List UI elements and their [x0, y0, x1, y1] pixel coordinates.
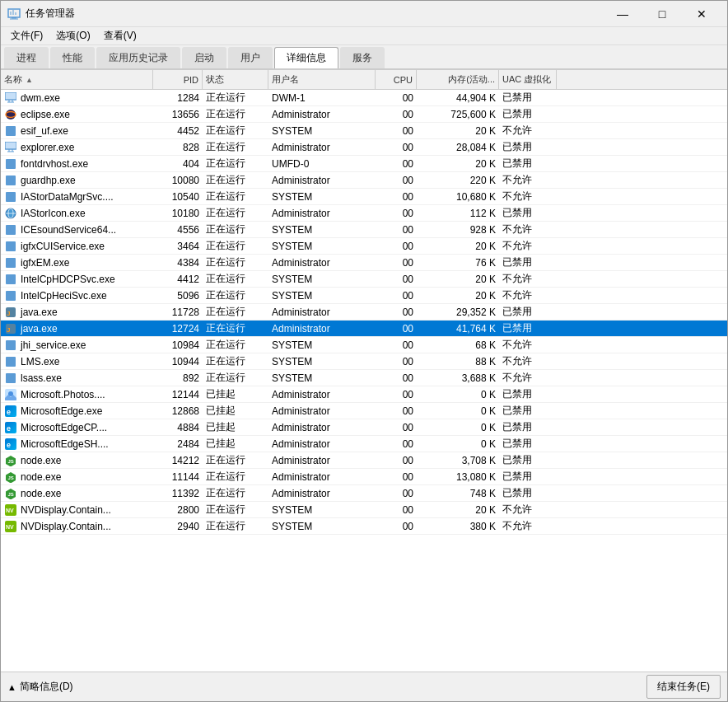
cell-pid: 12144	[153, 386, 203, 402]
cell-status: 正在运行	[203, 452, 268, 468]
svg-rect-25	[6, 225, 16, 235]
java-icon: J	[4, 307, 17, 318]
cell-memory: 41,764 K	[417, 321, 499, 336]
cell-cpu: 00	[376, 337, 417, 353]
default-icon	[4, 158, 17, 170]
tab-services[interactable]: 服务	[340, 47, 385, 68]
table-row[interactable]: igfxCUIService.exe3464正在运行SYSTEM0020 K不允…	[1, 238, 727, 255]
cell-cpu: 00	[376, 172, 417, 188]
cell-name: igfxEM.exe	[1, 255, 153, 270]
table-row[interactable]: JSnode.exe14212正在运行Administrator003,708 …	[1, 452, 727, 469]
svg-rect-34	[6, 340, 16, 350]
cell-pid: 4412	[153, 271, 203, 287]
cell-pid: 12868	[153, 403, 203, 419]
menu-options[interactable]: 选项(O)	[49, 27, 96, 44]
table-row[interactable]: IAStorIcon.exe10180正在运行Administrator0011…	[1, 205, 727, 222]
cell-status: 正在运行	[203, 156, 268, 171]
table-row[interactable]: Jjava.exe12724正在运行Administrator0041,764 …	[1, 321, 727, 337]
tab-process[interactable]: 进程	[4, 47, 49, 68]
th-pid[interactable]: PID	[153, 70, 203, 89]
cell-uac: 不允许	[499, 238, 557, 254]
table-row[interactable]: jhi_service.exe10984正在运行SYSTEM0068 K不允许	[1, 337, 727, 353]
cell-cpu: 00	[376, 436, 417, 452]
cell-name: fontdrvhost.exe	[1, 156, 153, 171]
table-row[interactable]: dwm.exe1284正在运行DWM-10044,904 K已禁用	[1, 90, 727, 106]
cell-cpu: 00	[376, 419, 417, 435]
cell-pid: 4556	[153, 222, 203, 237]
cell-uac: 已禁用	[499, 419, 557, 435]
cell-pid: 4384	[153, 255, 203, 270]
cell-uac: 不允许	[499, 189, 557, 204]
table-row[interactable]: guardhp.exe10080正在运行Administrator00220 K…	[1, 172, 727, 189]
default-icon	[4, 257, 17, 269]
cell-user: Administrator	[268, 452, 376, 468]
table-row[interactable]: explorer.exe828正在运行Administrator0028,084…	[1, 139, 727, 156]
table-row[interactable]: fontdrvhost.exe404正在运行UMFD-00020 K已禁用	[1, 156, 727, 172]
menu-file[interactable]: 文件(F)	[4, 27, 49, 44]
tab-performance[interactable]: 性能	[50, 47, 95, 68]
table-row[interactable]: LMS.exe10944正在运行SYSTEM0088 K不允许	[1, 353, 727, 370]
cell-uac: 已禁用	[499, 139, 557, 155]
java-icon: J	[4, 323, 17, 335]
menu-view[interactable]: 查看(V)	[97, 27, 143, 44]
cell-memory: 13,080 K	[417, 469, 499, 484]
table-row[interactable]: lsass.exe892正在运行SYSTEM003,688 K不允许	[1, 370, 727, 386]
th-uac[interactable]: UAC 虚拟化	[499, 70, 557, 89]
table-row[interactable]: IAStorDataMgrSvc....10540正在运行SYSTEM0010,…	[1, 189, 727, 205]
cell-user: Administrator	[268, 139, 376, 155]
svg-rect-0	[8, 9, 20, 17]
cell-cpu: 00	[376, 403, 417, 419]
cell-name: JSnode.exe	[1, 452, 153, 468]
table-row[interactable]: igfxEM.exe4384正在运行Administrator0076 K已禁用	[1, 255, 727, 271]
cell-status: 正在运行	[203, 288, 268, 303]
table-row[interactable]: eMicrosoftEdgeSH....2484已挂起Administrator…	[1, 436, 727, 452]
svg-rect-35	[6, 357, 16, 367]
table-row[interactable]: IntelCpHeciSvc.exe5096正在运行SYSTEM0020 K不允…	[1, 288, 727, 304]
cell-name: IntelCpHeciSvc.exe	[1, 288, 153, 303]
sort-arrow-name: ▲	[26, 76, 33, 84]
minimize-button[interactable]: —	[604, 2, 642, 26]
cell-memory: 20 K	[417, 271, 499, 287]
title-bar: 任务管理器 — □ ✕	[1, 1, 727, 27]
cell-uac: 不允许	[499, 172, 557, 188]
cell-name: eMicrosoftEdgeCP....	[1, 419, 153, 435]
node-icon: JS	[4, 488, 17, 499]
task-manager-window: 任务管理器 — □ ✕ 文件(F) 选项(O) 查看(V) 进程 性能 应用历史…	[0, 0, 728, 702]
table-row[interactable]: Microsoft.Photos....12144已挂起Administrato…	[1, 386, 727, 403]
maximize-button[interactable]: □	[643, 2, 681, 26]
table-row[interactable]: IntelCpHDCPSvc.exe4412正在运行SYSTEM0020 K不允…	[1, 271, 727, 288]
table-row[interactable]: esif_uf.exe4452正在运行SYSTEM0020 K不允许	[1, 123, 727, 139]
table-row[interactable]: eMicrosoftEdge.exe12868已挂起Administrator0…	[1, 403, 727, 419]
cell-pid: 12724	[153, 321, 203, 336]
expand-collapse-btn[interactable]: ▲ 简略信息(D)	[7, 680, 73, 694]
cell-status: 正在运行	[203, 255, 268, 270]
table-row[interactable]: JSnode.exe11392正在运行Administrator00748 K已…	[1, 485, 727, 502]
table-row[interactable]: eMicrosoftEdgeCP....4884已挂起Administrator…	[1, 419, 727, 436]
close-button[interactable]: ✕	[683, 2, 721, 26]
table-row[interactable]: JSnode.exe11144正在运行Administrator0013,080…	[1, 469, 727, 485]
tab-startup[interactable]: 启动	[182, 47, 226, 68]
cell-name: NVNVDisplay.Contain...	[1, 502, 153, 517]
table-body[interactable]: dwm.exe1284正在运行DWM-10044,904 K已禁用eclipse…	[1, 90, 727, 672]
end-task-button[interactable]: 结束任务(E)	[646, 675, 721, 699]
table-row[interactable]: NVNVDisplay.Contain...2800正在运行SYSTEM0020…	[1, 502, 727, 518]
th-status[interactable]: 状态	[203, 70, 268, 89]
svg-rect-4	[12, 17, 16, 19]
th-name[interactable]: 名称 ▲	[1, 70, 153, 89]
table-row[interactable]: NVNVDisplay.Contain...2940正在运行SYSTEM0038…	[1, 518, 727, 535]
th-user[interactable]: 用户名	[268, 70, 376, 89]
tab-users[interactable]: 用户	[228, 47, 273, 68]
table-row[interactable]: Jjava.exe11728正在运行Administrator0029,352 …	[1, 304, 727, 321]
table-row[interactable]: ICEsoundService64...4556正在运行SYSTEM00928 …	[1, 222, 727, 238]
nv-icon: NV	[4, 504, 17, 516]
tab-app-history[interactable]: 应用历史记录	[96, 47, 180, 68]
cell-memory: 68 K	[417, 337, 499, 353]
svg-rect-13	[6, 126, 16, 136]
cell-pid: 404	[153, 156, 203, 171]
th-cpu[interactable]: CPU	[376, 70, 417, 89]
svg-rect-7	[6, 93, 16, 99]
tab-details[interactable]: 详细信息	[274, 47, 338, 68]
chevron-up-icon: ▲	[7, 682, 16, 692]
th-mem[interactable]: 内存(活动...	[417, 70, 499, 89]
table-row[interactable]: eclipse.exe13656正在运行Administrator00725,6…	[1, 106, 727, 123]
